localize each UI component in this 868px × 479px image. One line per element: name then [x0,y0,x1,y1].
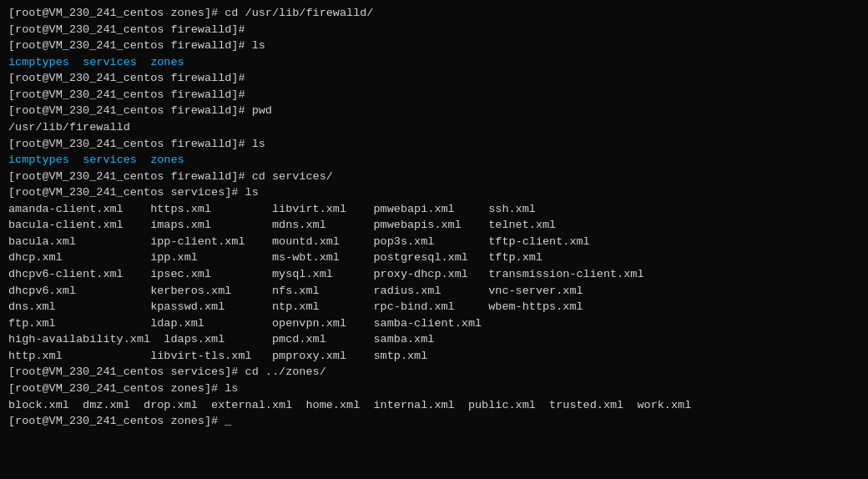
terminal-line: [root@VM_230_241_centos services]# ls [8,184,860,201]
terminal-line: [root@VM_230_241_centos firewalld]# [8,22,860,38]
terminal-line: bacula-client.xml imaps.xml mdns.xml pmw… [8,217,860,234]
terminal-line: [root@VM_230_241_centos zones]# _ [8,413,860,430]
terminal-line: dhcp.xml ipp.xml ms-wbt.xml postgresql.x… [8,250,860,266]
terminal-line: block.xml dmz.xml drop.xml external.xml … [8,397,860,414]
terminal-line: ftp.xml ldap.xml openvpn.xml samba-clien… [8,315,860,332]
terminal-line: dns.xml kpasswd.xml ntp.xml rpc-bind.xml… [8,299,860,315]
terminal-line: [root@VM_230_241_centos firewalld]# cd s… [8,169,860,185]
terminal-line: [root@VM_230_241_centos zones]# ls [8,381,860,397]
terminal-line: icmptypes services zones [8,54,860,71]
terminal-line: /usr/lib/firewalld [8,119,860,136]
terminal-line: amanda-client.xml https.xml libvirt.xml … [8,201,860,218]
terminal-line: http.xml libvirt-tls.xml pmproxy.xml smt… [8,348,860,365]
terminal-line: [root@VM_230_241_centos firewalld]# ls [8,136,860,153]
terminal-line: [root@VM_230_241_centos firewalld]# [8,70,860,87]
terminal-line: icmptypes services zones [8,152,860,169]
terminal-line: [root@VM_230_241_centos firewalld]# ls [8,38,860,54]
terminal-line: [root@VM_230_241_centos firewalld]# pwd [8,103,860,119]
terminal-line: [root@VM_230_241_centos zones]# cd /usr/… [8,5,860,22]
terminal-window: [root@VM_230_241_centos zones]# cd /usr/… [8,5,860,430]
terminal-line: bacula.xml ipp-client.xml mountd.xml pop… [8,234,860,250]
terminal-line: [root@VM_230_241_centos services]# cd ..… [8,364,860,381]
terminal-line: dhcpv6.xml kerberos.xml nfs.xml radius.x… [8,283,860,300]
terminal-line: high-availability.xml ldaps.xml pmcd.xml… [8,331,860,348]
terminal-line: dhcpv6-client.xml ipsec.xml mysql.xml pr… [8,266,860,283]
terminal-line: [root@VM_230_241_centos firewalld]# [8,87,860,103]
